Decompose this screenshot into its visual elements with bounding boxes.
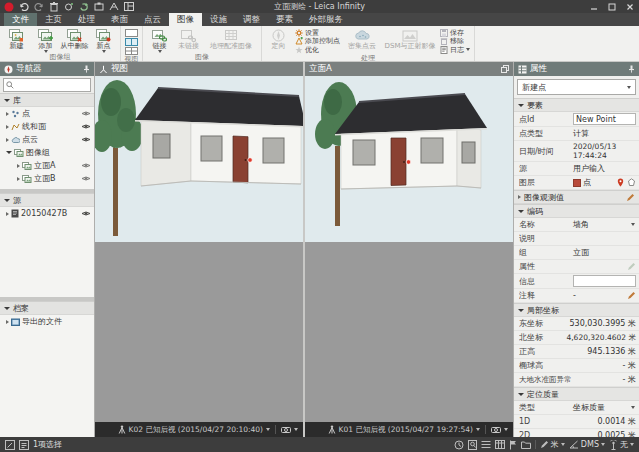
section-header-local-coordinates[interactable]: 局部坐标: [514, 303, 639, 317]
dropdown-caret-icon[interactable]: [266, 428, 270, 431]
delete-icon[interactable]: [48, 1, 59, 12]
table-icon[interactable]: [495, 440, 505, 449]
section-header-archive[interactable]: 档案: [0, 301, 94, 315]
log-button[interactable]: 日志: [440, 46, 470, 54]
angle-unit-selector[interactable]: DMS: [569, 440, 605, 449]
ribbon-group-processing: 定向 设置 添加控制点 优化: [262, 26, 475, 61]
tree-item-image-groups[interactable]: 图像组: [0, 146, 94, 159]
quality-type-dropdown[interactable]: 坐标质量: [573, 402, 636, 413]
undo-icon[interactable]: [18, 1, 29, 12]
remove-from-group-button[interactable]: 从中删除: [60, 27, 89, 53]
archive-icon[interactable]: [93, 1, 104, 12]
link-button[interactable]: 链接: [145, 27, 174, 53]
list-icon[interactable]: [481, 440, 491, 449]
close-button[interactable]: [624, 2, 636, 12]
refresh-icon[interactable]: [78, 1, 89, 12]
compass-icon: [4, 65, 13, 74]
gnss-unit-selector[interactable]: 无: [609, 439, 634, 450]
code-name-dropdown[interactable]: 墙角: [573, 219, 636, 230]
tab-surfaces[interactable]: 表面: [103, 13, 136, 26]
tab-pointclouds[interactable]: 点云: [136, 13, 169, 26]
tree-item-exported-files[interactable]: 导出的文件: [0, 315, 94, 328]
viewport-area: 视图: [95, 62, 513, 437]
camera-icon[interactable]: [491, 426, 501, 433]
app-logo-icon[interactable]: [3, 1, 14, 12]
tab-processing[interactable]: 处理: [70, 13, 103, 26]
preset-dropdown[interactable]: 新建点: [517, 79, 636, 95]
folder-icon[interactable]: [521, 440, 531, 449]
section-header-source[interactable]: 源: [0, 193, 94, 207]
dropdown-caret-icon[interactable]: [294, 428, 298, 431]
georeference-image-button[interactable]: 地理配准图像: [203, 27, 259, 53]
tree-item-facade-a[interactable]: 立面A: [0, 159, 94, 172]
tree-item-points[interactable]: 点: [0, 107, 94, 120]
visibility-eye-icon[interactable]: [81, 162, 91, 169]
tab-imaging[interactable]: 图像: [169, 13, 202, 26]
layout-icon[interactable]: [123, 1, 134, 12]
split-view-icon[interactable]: [125, 38, 138, 46]
attributes-pencil-icon[interactable]: [627, 262, 636, 271]
tab-infrastructure[interactable]: 设施: [202, 13, 235, 26]
new-point-button[interactable]: 新点: [89, 27, 118, 53]
map-pin-icon[interactable]: [617, 178, 624, 187]
search-input[interactable]: [3, 78, 91, 92]
clock-icon[interactable]: [454, 440, 464, 450]
dense-point-cloud-button[interactable]: 密集点云: [342, 27, 382, 54]
report-icon[interactable]: [468, 440, 477, 450]
polygon-icon[interactable]: [627, 178, 636, 187]
new-image-group-button[interactable]: 新建: [2, 27, 31, 53]
navigator-panel: 导航器 库 点: [0, 62, 95, 437]
pin-icon[interactable]: [83, 65, 90, 73]
tab-services[interactable]: 外部服务: [301, 13, 351, 26]
section-header-image-observations[interactable]: 图像观测值: [514, 190, 639, 204]
note-pencil-icon[interactable]: [627, 291, 636, 300]
redo-icon[interactable]: [33, 1, 44, 12]
section-header-quality[interactable]: 定位质量: [514, 387, 639, 401]
tab-features[interactable]: 要素: [268, 13, 301, 26]
maximize-button[interactable]: [606, 2, 618, 12]
section-header-coding[interactable]: 编码: [514, 204, 639, 218]
point-id-input[interactable]: New Point: [573, 113, 636, 125]
quad-view-icon[interactable]: [125, 47, 138, 55]
visibility-eye-icon[interactable]: [81, 136, 91, 143]
flag-icon[interactable]: [509, 440, 517, 450]
orient-button[interactable]: 定向: [264, 27, 293, 54]
add-point-icon[interactable]: [63, 1, 74, 12]
unlink-button[interactable]: 未链接: [174, 27, 203, 53]
export-icon[interactable]: [108, 1, 119, 12]
section-header-library[interactable]: 库: [0, 93, 94, 107]
single-view-icon[interactable]: [125, 29, 138, 37]
selection-tool-icon[interactable]: [5, 440, 15, 450]
optimize-button[interactable]: 优化: [295, 46, 340, 54]
tree-item-lines-areas[interactable]: 线和面: [0, 120, 94, 133]
notes-icon[interactable]: [19, 440, 29, 450]
tab-file[interactable]: 文件: [4, 13, 37, 26]
pin-icon[interactable]: [628, 65, 635, 73]
tab-home[interactable]: 主页: [37, 13, 70, 26]
camera-icon[interactable]: [281, 426, 291, 433]
info-input[interactable]: [573, 275, 636, 287]
dropdown-caret-icon[interactable]: [476, 428, 480, 431]
visibility-eye-icon[interactable]: [81, 210, 91, 217]
tree-item-job[interactable]: 20150427B: [0, 207, 94, 220]
minimize-button[interactable]: [588, 2, 600, 12]
distance-unit-selector[interactable]: 米: [540, 439, 565, 450]
dropdown-caret-icon[interactable]: [504, 428, 508, 431]
visibility-eye-icon[interactable]: [81, 110, 91, 117]
station-selector[interactable]: K01 已知后视 (2015/04/27 19:27:54): [339, 425, 473, 435]
dsm-ortho-button[interactable]: DSM与正射影像: [382, 27, 438, 54]
section-header-feature[interactable]: 要素: [514, 98, 639, 112]
visibility-eye-icon[interactable]: [81, 123, 91, 130]
add-images-button[interactable]: 添加: [31, 27, 60, 53]
viewport-canvas-facade-a[interactable]: [305, 76, 513, 422]
visibility-eye-icon[interactable]: [81, 175, 91, 182]
tab-adjustments[interactable]: 调整: [235, 13, 268, 26]
edit-pencil-icon[interactable]: [626, 193, 635, 202]
viewport-canvas-3d[interactable]: [95, 76, 303, 422]
tree-item-point-clouds[interactable]: 点云: [0, 133, 94, 146]
station-selector[interactable]: K02 已知后视 (2015/04/27 20:10:40): [129, 425, 263, 435]
tree-item-facade-b[interactable]: 立面B: [0, 172, 94, 185]
viewport-header-3d[interactable]: 视图: [95, 62, 303, 76]
viewport-header-facade-a[interactable]: 立面A: [305, 62, 513, 76]
restore-icon[interactable]: [501, 65, 509, 73]
